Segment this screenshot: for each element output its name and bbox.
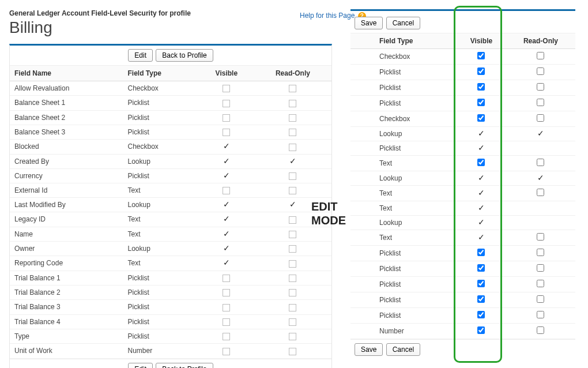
readonly-cell [506,201,575,216]
visible-checkbox[interactable] [477,311,485,318]
table-row: Picklist [350,80,575,96]
unchecked-box-icon [223,289,230,296]
field-name-cell: Balance Sheet 3 [10,125,123,139]
visible-checkbox[interactable] [477,159,485,166]
table-row: Picklist [350,277,575,292]
visible-checkbox[interactable] [477,280,485,287]
page-title: Billing [9,18,332,37]
table-row: Lookup✓✓ [350,127,575,141]
table-row: CurrencyPicklist✓ [10,168,331,183]
table-row: Reporting CodeText✓ [10,256,331,271]
visible-checkbox[interactable] [477,326,485,334]
readonly-checkbox[interactable] [537,280,544,287]
unchecked-box-icon [223,333,230,340]
table-row: Text [350,156,575,171]
readonly-cell [254,285,331,299]
readonly-cell [506,49,575,65]
visible-cell [457,324,506,339]
col-field-type: Field Type [123,66,198,81]
table-row: Picklist [350,246,575,261]
fls-view-table: Field Name Field Type Visible Read-Only … [10,66,331,359]
field-type-cell: Lookup [350,127,457,141]
field-type-cell: Lookup [350,216,457,230]
back-to-profile-button-bottom[interactable]: Back to Profile [156,363,213,368]
unchecked-box-icon [289,85,296,92]
table-row: Unit of WorkNumber [10,344,331,358]
readonly-checkbox[interactable] [537,264,544,272]
visible-cell: ✓ [457,127,506,141]
table-row: Picklist [350,65,575,80]
unchecked-box-icon [289,114,296,122]
readonly-cell: ✓ [506,171,575,186]
readonly-cell [506,141,575,156]
unchecked-box-icon [223,348,230,355]
edit-bottom-button-bar: Save Cancel [350,339,575,359]
visible-cell [199,285,254,299]
table-row: Picklist [350,292,575,308]
readonly-checkbox[interactable] [537,295,544,303]
readonly-checkbox[interactable] [537,326,544,334]
table-row: Balance Sheet 2Picklist [10,110,331,125]
readonly-cell [254,110,331,125]
visible-checkbox[interactable] [477,83,485,91]
visible-cell: ✓ [199,154,254,168]
readonly-cell [506,308,575,324]
unchecked-box-icon [289,348,296,355]
visible-cell: ✓ [457,186,506,201]
visible-checkbox[interactable] [477,295,485,303]
readonly-checkbox[interactable] [537,233,544,241]
bottom-button-bar: Edit Back to Profile [10,359,331,368]
readonly-checkbox[interactable] [537,114,544,122]
unchecked-box-icon [289,260,296,268]
visible-cell: ✓ [457,141,506,156]
visible-cell [457,156,506,171]
save-button-bottom[interactable]: Save [355,343,383,356]
visible-checkbox[interactable] [477,67,485,75]
unchecked-box-icon [289,129,296,136]
readonly-cell [254,140,331,154]
visible-cell: ✓ [199,140,254,154]
readonly-checkbox[interactable] [537,189,544,196]
readonly-checkbox[interactable] [537,159,544,166]
visible-checkbox[interactable] [477,52,485,59]
visible-cell [457,65,506,80]
visible-cell: ✓ [199,168,254,183]
table-row: Picklist [350,261,575,277]
edit-button-bottom[interactable]: Edit [128,363,153,368]
visible-cell [457,292,506,308]
readonly-cell: ✓ [254,154,331,168]
readonly-checkbox[interactable] [537,99,544,106]
check-icon: ✓ [537,174,544,181]
readonly-cell [254,241,331,256]
table-row: Trial Balance 3Picklist [10,300,331,314]
table-row: Created ByLookup✓✓ [10,154,331,168]
visible-checkbox[interactable] [477,99,485,106]
visible-checkbox[interactable] [477,114,485,122]
readonly-checkbox[interactable] [537,311,544,318]
readonly-checkbox[interactable] [537,52,544,59]
check-icon: ✓ [223,259,230,266]
field-name-cell: Blocked [10,140,123,154]
back-to-profile-button[interactable]: Back to Profile [156,49,213,62]
unchecked-box-icon [289,231,296,238]
cancel-button-bottom[interactable]: Cancel [386,343,420,356]
field-type-cell: Number [350,324,457,339]
readonly-checkbox[interactable] [537,249,544,256]
readonly-cell [506,230,575,246]
readonly-checkbox[interactable] [537,67,544,75]
unchecked-box-icon [289,333,296,340]
field-type-cell: Picklist [123,314,198,329]
visible-checkbox[interactable] [477,249,485,256]
readonly-cell [506,80,575,96]
cancel-button[interactable]: Cancel [386,17,420,29]
table-row: Checkbox [350,111,575,127]
unchecked-box-icon [289,100,296,107]
readonly-cell [506,111,575,127]
edit-button[interactable]: Edit [128,49,153,62]
check-icon: ✓ [223,230,230,237]
save-button[interactable]: Save [355,17,383,29]
check-icon: ✓ [223,215,230,222]
visible-cell [457,246,506,261]
visible-checkbox[interactable] [477,264,485,272]
readonly-checkbox[interactable] [537,83,544,91]
